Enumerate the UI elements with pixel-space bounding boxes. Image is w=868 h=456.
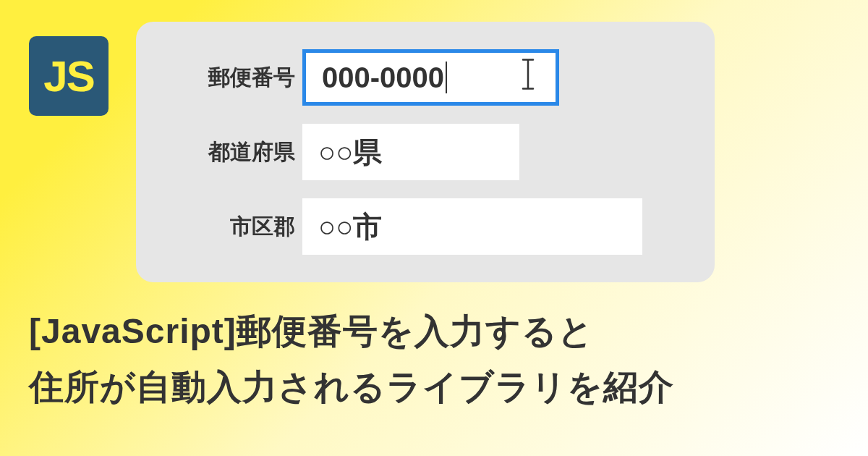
js-badge: JS xyxy=(29,36,109,116)
cursor-ibeam-icon xyxy=(521,59,535,97)
prefecture-label: 都道府県 xyxy=(172,138,295,167)
js-badge-text: JS xyxy=(43,51,93,101)
article-title: [JavaScript]郵便番号を入力すると 住所が自動入力されるライブラリを紹… xyxy=(29,304,674,415)
title-line-1: [JavaScript]郵便番号を入力すると xyxy=(29,304,674,360)
city-row: 市区郡 ○○市 xyxy=(172,198,671,255)
title-line-2: 住所が自動入力されるライブラリを紹介 xyxy=(29,360,674,415)
city-value: ○○市 xyxy=(318,207,382,247)
postal-input[interactable]: 000-0000 xyxy=(302,49,559,106)
city-input[interactable]: ○○市 xyxy=(302,198,642,255)
text-caret xyxy=(446,62,447,93)
form-card: 郵便番号 000-0000 都道府県 ○○県 市区郡 ○○市 xyxy=(136,22,715,282)
prefecture-value: ○○県 xyxy=(318,132,382,172)
postal-value: 000-0000 xyxy=(322,62,444,94)
prefecture-row: 都道府県 ○○県 xyxy=(172,124,671,180)
postal-label: 郵便番号 xyxy=(172,63,295,93)
prefecture-input[interactable]: ○○県 xyxy=(302,124,519,180)
postal-row: 郵便番号 000-0000 xyxy=(172,49,671,106)
city-label: 市区郡 xyxy=(172,212,295,242)
